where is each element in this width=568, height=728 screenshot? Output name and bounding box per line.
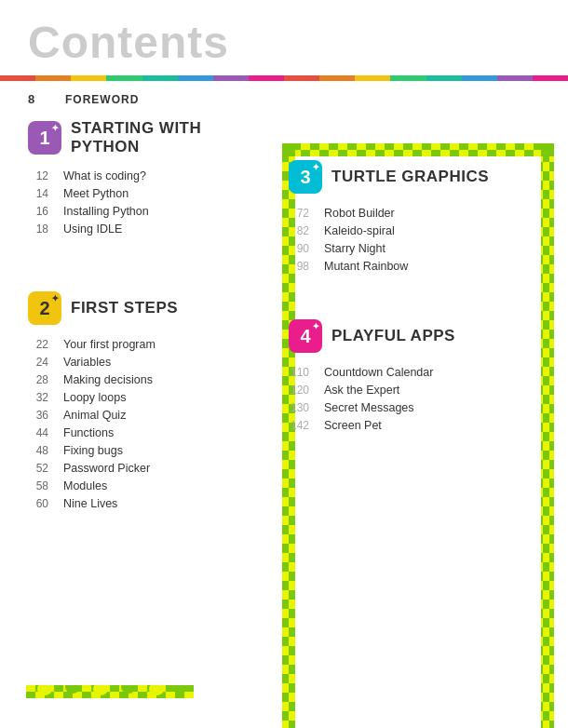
chapter-3-section: 3 ✦ TURTLE GRAPHICS 72 Robot Builder 82 … (289, 160, 501, 273)
toc-entry: 24 Variables (28, 356, 251, 369)
toc-entry: 14 Meet Python (28, 187, 251, 200)
foreword-row: 8 FOREWORD (0, 81, 568, 115)
page-title: Contents (28, 17, 540, 68)
toc-entry: 72 Robot Builder (289, 207, 501, 220)
toc-entry: 44 Functions (28, 426, 251, 439)
toc-entry: 120 Ask the Expert (289, 384, 501, 397)
toc-entry: 98 Mutant Rainbow (289, 260, 501, 273)
chapter-1-badge: 1 ✦ (28, 121, 61, 155)
toc-entry: 16 Installing Python (28, 205, 251, 218)
foreword-label: FOREWORD (65, 93, 139, 106)
chapter-1-title: STARTING WITH PYTHON (71, 119, 251, 156)
toc-entry: 32 Loopy loops (28, 391, 251, 404)
chapter-2-badge: 2 ✦ (28, 291, 61, 325)
rainbow-bar (0, 75, 568, 81)
toc-entry: 58 Modules (28, 479, 251, 492)
toc-entry: 90 Starry Night (289, 242, 501, 255)
toc-entry: 22 Your first program (28, 338, 251, 351)
toc-entry: 142 Screen Pet (289, 419, 501, 432)
chapter-3-badge: 3 ✦ (289, 160, 322, 194)
chapter-3-title: TURTLE GRAPHICS (331, 168, 489, 186)
content-area: 1 ✦ STARTING WITH PYTHON 12 What is codi… (0, 115, 568, 527)
chapter-1-section: 1 ✦ STARTING WITH PYTHON 12 What is codi… (28, 119, 251, 236)
svg-rect-11 (541, 156, 554, 728)
right-column: 3 ✦ TURTLE GRAPHICS 72 Robot Builder 82 … (261, 115, 540, 527)
bottom-snake-left (26, 685, 194, 711)
chapter-4-entries: 110 Countdown Calendar 120 Ask the Exper… (289, 366, 501, 432)
toc-entry: 48 Fixing bugs (28, 444, 251, 457)
chapter-4-section: 4 ✦ PLAYFUL APPS 110 Countdown Calendar … (289, 319, 501, 432)
foreword-page: 8 (28, 92, 47, 106)
svg-rect-13 (541, 143, 554, 156)
toc-entry: 36 Animal Quiz (28, 409, 251, 422)
chapter-3-heading: 3 ✦ TURTLE GRAPHICS (289, 160, 501, 194)
toc-entry: 82 Kaleido-spiral (289, 224, 501, 237)
chapter-4-title: PLAYFUL APPS (331, 327, 455, 345)
toc-entry: 130 Secret Messages (289, 401, 501, 414)
chapter-4-badge: 4 ✦ (289, 319, 322, 353)
toc-entry: 52 Password Picker (28, 462, 251, 475)
toc-entry: 12 What is coding? (28, 169, 251, 182)
toc-entry: 18 Using IDLE (28, 222, 251, 236)
chapter-4-heading: 4 ✦ PLAYFUL APPS (289, 319, 501, 353)
toc-entry: 28 Making decisions (28, 373, 251, 386)
chapter-3-entries: 72 Robot Builder 82 Kaleido-spiral 90 St… (289, 207, 501, 273)
chapter-2-title: FIRST STEPS (71, 299, 178, 317)
chapter-1-entries: 12 What is coding? 14 Meet Python 16 Ins… (28, 169, 251, 236)
left-column: 1 ✦ STARTING WITH PYTHON 12 What is codi… (28, 115, 251, 527)
chapter-2-heading: 2 ✦ FIRST STEPS (28, 291, 251, 325)
page: Contents 8 FOREWORD 1 (0, 0, 568, 728)
toc-entry: 60 Nine Lives (28, 497, 251, 510)
title-section: Contents (0, 0, 568, 75)
chapter-2-entries: 22 Your first program 24 Variables 28 Ma… (28, 338, 251, 510)
chapter-1-heading: 1 ✦ STARTING WITH PYTHON (28, 119, 251, 156)
toc-entry: 110 Countdown Calendar (289, 366, 501, 379)
right-panel-content: 3 ✦ TURTLE GRAPHICS 72 Robot Builder 82 … (274, 143, 516, 462)
chapter-2-section: 2 ✦ FIRST STEPS 22 Your first program 24… (28, 291, 251, 510)
